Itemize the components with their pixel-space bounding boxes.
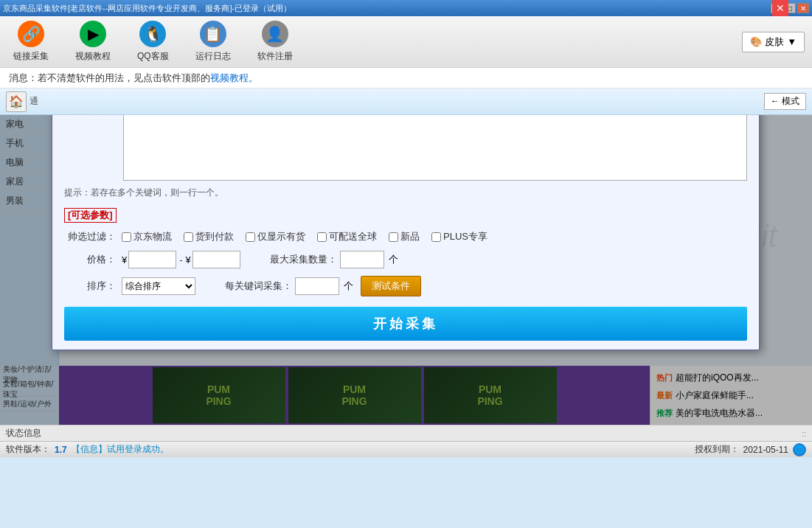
video-icon: ▶	[80, 21, 106, 47]
toolbar-log[interactable]: 📋 运行日志	[190, 18, 237, 66]
price-currency-from: ¥	[122, 254, 127, 265]
red-close-button[interactable]: ✕	[772, 0, 788, 16]
filter-in-stock-label: 仅显示有货	[257, 230, 305, 243]
modal-dialog: 京东商品采集: 导入关键词采集—配置: ✕ [必备参数] *导入关键词: 提示：…	[52, 115, 760, 350]
per-keyword-input[interactable]	[295, 277, 339, 295]
status-message: 【信息】试用登录成功。	[72, 443, 169, 456]
checkbox-new[interactable]	[389, 232, 398, 242]
link-icon: 🔗	[18, 21, 44, 47]
filter-row: 帅选过滤： 京东物流 货到付款 仅显示有货	[64, 230, 747, 243]
toolbar-reg[interactable]: 👤 软件注册	[251, 18, 299, 66]
breadcrumb-text: 通	[30, 95, 38, 108]
filter-global-label: 可配送全球	[329, 230, 377, 243]
filter-plus[interactable]: PLUS专享	[431, 230, 487, 243]
optional-label: [可选参数]	[64, 208, 117, 223]
checkbox-jd-logistics[interactable]	[122, 232, 131, 242]
filter-cash-delivery[interactable]: 货到付款	[184, 230, 234, 243]
filter-jd-logistics[interactable]: 京东物流	[122, 230, 172, 243]
notice-bar: 消息：若不清楚软件的用法，见点击软件顶部的 视频教程。	[0, 68, 812, 88]
toolbar: 🔗 链接采集 ▶ 视频教程 🐧 QQ客服 📋 运行日志 👤 软件注册 🎨 皮肤 …	[0, 16, 812, 68]
toolbar-video[interactable]: ▶ 视频教程	[69, 18, 117, 66]
keyword-row: *导入关键词:	[64, 115, 747, 181]
toolbar-link-label: 链接采集	[13, 50, 49, 63]
status-bar: 状态信息 ::	[0, 425, 812, 441]
start-collect-btn[interactable]: 开始采集	[64, 307, 747, 341]
keyword-textarea[interactable]	[123, 115, 747, 181]
filter-plus-label: PLUS专享	[443, 230, 487, 243]
toolbar-link-collect[interactable]: 🔗 链接采集	[7, 18, 55, 66]
filter-jd-logistics-label: 京东物流	[133, 230, 172, 243]
price-separator: -	[179, 254, 182, 265]
sort-select[interactable]: 综合排序 价格升序 价格降序 销量优先	[122, 277, 195, 295]
max-collect-input[interactable]	[340, 251, 384, 268]
skin-dropdown-icon: ▼	[787, 36, 797, 47]
toolbar-qq[interactable]: 🐧 QQ客服	[131, 18, 175, 66]
price-to-input[interactable]	[192, 251, 240, 268]
notice-prefix: 消息：若不清楚软件的用法，见点击软件顶部的	[9, 72, 210, 85]
filter-new[interactable]: 新品	[389, 230, 420, 243]
toolbar-video-label: 视频教程	[75, 50, 111, 63]
modal-body: [必备参数] *导入关键词: 提示：若存在多个关键词，则一行一个。 [可选参数]…	[52, 115, 759, 350]
price-from-input[interactable]	[128, 251, 176, 268]
globe-icon[interactable]: 🌐	[793, 443, 806, 456]
nav-bar: 🏠 通 ✕ ← 模式	[0, 88, 812, 115]
hint-text: 提示：若存在多个关键词，则一行一个。	[64, 187, 747, 199]
per-keyword-unit: 个	[344, 279, 353, 293]
price-row: 价格： ¥ - ¥ 最大采集数量： 个	[64, 251, 747, 268]
toolbar-qq-label: QQ客服	[137, 50, 169, 63]
notice-link[interactable]: 视频教程。	[210, 72, 258, 85]
per-keyword-label: 每关键词采集：	[225, 279, 292, 293]
filter-new-label: 新品	[400, 230, 420, 243]
toolbar-log-label: 运行日志	[195, 50, 231, 63]
checkbox-global[interactable]	[317, 232, 327, 242]
test-conditions-btn[interactable]: 测试条件	[361, 276, 421, 296]
sort-row: 排序： 综合排序 价格升序 价格降序 销量优先 每关键词采集： 个 测试条件	[64, 276, 747, 296]
filter-global[interactable]: 可配送全球	[317, 230, 377, 243]
max-collect-unit: 个	[389, 253, 398, 266]
log-icon: 📋	[200, 21, 226, 47]
filter-cash-delivery-label: 货到付款	[195, 230, 234, 243]
checkbox-in-stock[interactable]	[246, 232, 255, 242]
max-collect-label: 最大采集数量：	[270, 253, 337, 266]
checkbox-plus[interactable]	[431, 232, 441, 242]
toolbar-reg-label: 软件注册	[257, 50, 293, 63]
auth-label: 授权到期：	[695, 443, 739, 456]
modal-overlay: 京东商品采集: 导入关键词采集—配置: ✕ [必备参数] *导入关键词: 提示：…	[0, 115, 812, 425]
status-label: 状态信息	[6, 427, 41, 440]
breadcrumb: 通	[30, 95, 38, 108]
skin-label: 皮肤	[765, 35, 784, 49]
skin-grid-icon: 🎨	[750, 36, 762, 47]
auth-date: 2021-05-11	[743, 445, 788, 455]
price-label: 价格：	[64, 253, 116, 266]
filter-label: 帅选过滤：	[64, 230, 116, 243]
qq-icon: 🐧	[139, 21, 166, 47]
home-button[interactable]: 🏠	[6, 91, 27, 112]
checkbox-cash-delivery[interactable]	[184, 232, 193, 242]
close-btn[interactable]: ✕	[797, 3, 809, 13]
main-area: 家电 手机 电脑 家居 男装 美妆/个护清洁/宠物 女鞋/箱包/钟表/珠宝 男鞋…	[0, 115, 812, 425]
title-bar: 京东商品采集软件[老店软件--网店应用软件专业开发商、服务商]-已登录（试用） …	[0, 0, 812, 16]
status-dots: ::	[802, 429, 806, 438]
mode-label: ← 模式	[771, 95, 799, 108]
skin-button[interactable]: 🎨 皮肤 ▼	[742, 32, 805, 52]
filter-checkboxes: 京东物流 货到付款 仅显示有货 可配送全球	[122, 230, 487, 243]
mode-button[interactable]: ← 模式	[764, 93, 806, 110]
price-currency-to: ¥	[186, 254, 191, 265]
reg-icon: 👤	[262, 21, 288, 47]
version-label: 软件版本：	[6, 443, 50, 456]
version-number: 1.7	[55, 445, 67, 455]
title-text: 京东商品采集软件[老店软件--网店应用软件专业开发商、服务商]-已登录（试用）	[3, 3, 291, 14]
bottom-bar: 软件版本： 1.7 【信息】试用登录成功。 授权到期： 2021-05-11 🌐	[0, 441, 812, 457]
sort-label: 排序：	[64, 279, 116, 293]
filter-in-stock[interactable]: 仅显示有货	[246, 230, 305, 243]
